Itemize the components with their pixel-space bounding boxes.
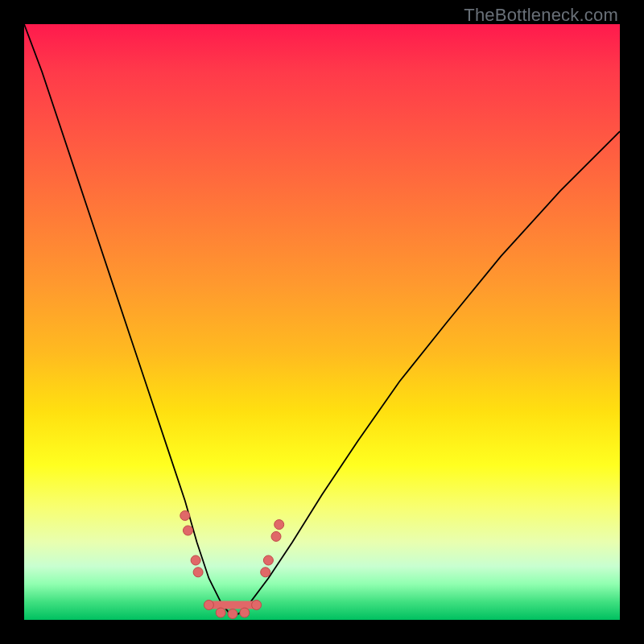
curve-marker bbox=[275, 520, 284, 530]
curve-marker bbox=[191, 555, 200, 565]
plot-area bbox=[24, 24, 620, 620]
curve-marker bbox=[193, 568, 203, 577]
curve-marker bbox=[261, 568, 270, 577]
watermark-text: TheBottleneck.com bbox=[464, 5, 618, 26]
bottleneck-curve bbox=[24, 24, 620, 614]
curve-marker bbox=[228, 609, 237, 619]
curve-marker bbox=[184, 526, 193, 535]
curve-marker bbox=[263, 555, 273, 565]
curve-marker bbox=[252, 601, 262, 610]
curve-marker bbox=[271, 531, 281, 541]
curve-marker bbox=[180, 511, 190, 521]
curve-marker bbox=[240, 608, 250, 617]
chart-frame: TheBottleneck.com bbox=[0, 0, 644, 644]
curve-svg bbox=[24, 24, 620, 620]
curve-marker bbox=[204, 601, 213, 610]
curve-marker bbox=[216, 608, 225, 617]
